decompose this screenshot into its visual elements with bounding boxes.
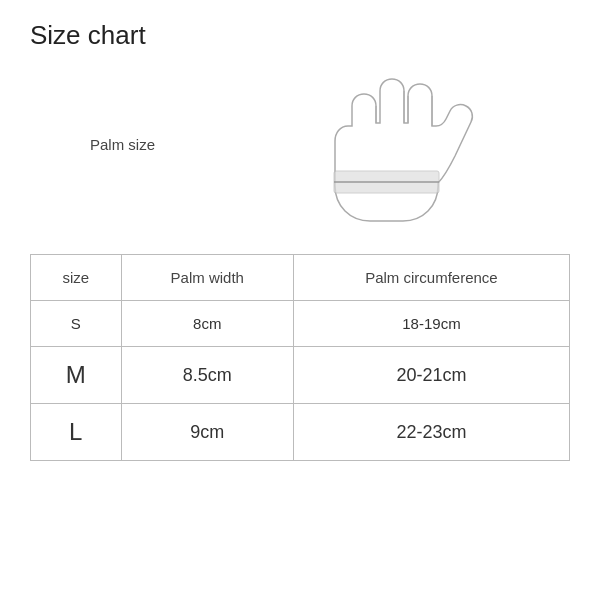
circumference-s: 18-19cm	[293, 301, 569, 347]
width-l: 9cm	[121, 404, 293, 461]
glove-illustration	[290, 61, 490, 236]
table-row: S 8cm 18-19cm	[31, 301, 570, 347]
page-container: Size chart Palm size size Palm width Pal…	[0, 0, 600, 600]
illustration-area: Palm size	[30, 61, 570, 236]
size-chart-table: size Palm width Palm circumference S 8cm…	[30, 254, 570, 461]
width-m: 8.5cm	[121, 347, 293, 404]
width-s: 8cm	[121, 301, 293, 347]
col-header-size: size	[31, 255, 122, 301]
size-m: M	[31, 347, 122, 404]
page-title: Size chart	[30, 20, 570, 51]
circumference-m: 20-21cm	[293, 347, 569, 404]
table-row: M 8.5cm 20-21cm	[31, 347, 570, 404]
col-header-width: Palm width	[121, 255, 293, 301]
circumference-l: 22-23cm	[293, 404, 569, 461]
palm-size-label: Palm size	[90, 136, 155, 153]
size-l: L	[31, 404, 122, 461]
col-header-circumference: Palm circumference	[293, 255, 569, 301]
table-row: L 9cm 22-23cm	[31, 404, 570, 461]
size-s: S	[31, 301, 122, 347]
table-header-row: size Palm width Palm circumference	[31, 255, 570, 301]
